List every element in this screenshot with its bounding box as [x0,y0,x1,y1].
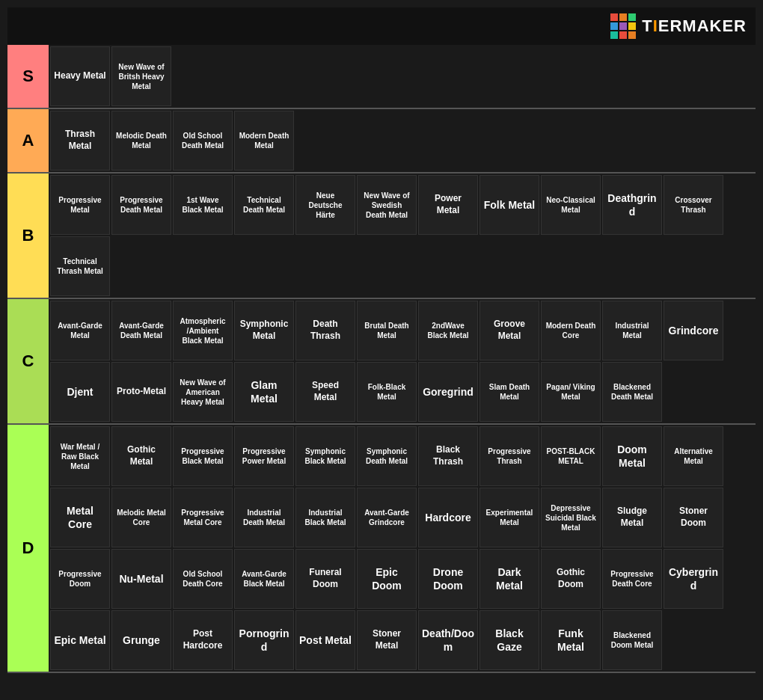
tier-item[interactable]: Pornogrind [234,610,294,670]
tier-item[interactable]: Depressive Suicidal Black Metal [541,488,601,547]
tier-item[interactable]: Proto-Metal [111,362,171,422]
tier-row-A: AThrash MetalMelodic Death MetalOld Scho… [7,109,756,174]
tier-item[interactable]: Stoner Doom [664,488,723,547]
tier-item[interactable]: POST-BLACK METAL [541,426,601,486]
tier-item[interactable]: Pagan/ Viking Metal [541,362,601,422]
tier-item[interactable]: Avant-Garde Metal [50,301,110,360]
tier-item[interactable]: Technical Thrash Metal [50,236,110,296]
tier-item[interactable]: Neo-Classical Metal [541,175,601,235]
tier-item[interactable]: Neue Deutsche Härte [295,175,355,235]
tier-item[interactable]: Heavy Metal [50,46,110,106]
tier-item[interactable]: Avant-Garde Grindcore [357,488,417,547]
page-wrapper: TiERMAKER SHeavy MetalNew Wave of Britsh… [7,7,756,673]
tier-item[interactable]: Old School Death Core [173,549,233,609]
tier-item[interactable]: Death/Doom [418,610,478,670]
tier-item[interactable]: Deathgrind [602,175,662,235]
tier-label-B: B [7,174,49,298]
tier-item[interactable]: Funeral Doom [295,549,355,609]
tier-item[interactable]: Technical Death Metal [234,175,294,235]
tier-item[interactable]: Death Thrash [295,301,355,360]
tier-item[interactable]: Melodic Death Metal [111,111,171,171]
tier-item[interactable]: Atmospheric /Ambient Black Metal [173,301,233,360]
tier-item[interactable]: New Wave of Swedish Death Metal [357,175,417,235]
tier-item[interactable]: Progressive Death Metal [111,175,171,235]
tier-item[interactable]: Hardcore [418,488,478,547]
logo-text: TiERMAKER [642,16,747,36]
tier-item[interactable]: Groove Metal [479,301,539,360]
tier-item[interactable]: 1st Wave Black Metal [173,175,233,235]
tier-item[interactable]: Modern Death Core [541,301,601,360]
tier-item[interactable]: Doom Metal [602,426,662,486]
tier-items-C: Avant-Garde MetalAvant-Garde Death Metal… [49,299,756,423]
tier-item[interactable]: Modern Death Metal [234,111,294,171]
tier-item[interactable]: Symphonic Death Metal [357,426,417,486]
tier-item[interactable]: War Metal / Raw Black Metal [50,426,110,486]
tier-item[interactable]: Grunge [111,610,171,670]
tier-item[interactable]: New Wave of American Heavy Metal [173,362,233,422]
tier-item[interactable]: Slam Death Metal [479,362,539,422]
tier-item[interactable]: Gothic Metal [111,426,171,486]
tier-items-A: Thrash MetalMelodic Death MetalOld Schoo… [49,109,756,172]
tier-item[interactable]: Stoner Metal [357,610,417,670]
logo-icon [610,13,636,39]
tier-item[interactable]: Symphonic Metal [234,301,294,360]
tier-item[interactable]: Melodic Metal Core [111,488,171,547]
tier-label-A: A [7,109,49,172]
tier-row-D: DWar Metal / Raw Black MetalGothic Metal… [7,425,756,673]
tier-item[interactable]: Progressive Doom [50,549,110,609]
tier-item[interactable]: Black Thrash [418,426,478,486]
tier-item[interactable]: Epic Metal [50,610,110,670]
tier-item[interactable]: Djent [50,362,110,422]
tier-item[interactable]: Industrial Metal [602,301,662,360]
tier-item[interactable]: Symphonic Black Metal [295,426,355,486]
tier-item[interactable]: Drone Doom [418,549,478,609]
tier-item[interactable]: Gothic Doom [541,549,601,609]
tier-item[interactable]: Progressive Death Core [602,549,662,609]
tier-item[interactable]: Avant-Garde Death Metal [111,301,171,360]
tier-item[interactable]: Grindcore [664,301,723,360]
tier-item[interactable]: 2ndWave Black Metal [418,301,478,360]
tier-item[interactable]: Folk Metal [479,175,539,235]
tier-item[interactable]: Progressive Metal Core [173,488,233,547]
tier-item[interactable]: Industrial Black Metal [295,488,355,547]
tier-label-S: S [7,45,49,108]
tier-item[interactable]: Black Gaze [479,610,539,670]
tier-item[interactable]: Metal Core [50,488,110,547]
tier-item[interactable]: Sludge Metal [602,488,662,547]
tier-item[interactable]: Avant-Garde Black Metal [234,549,294,609]
tier-row-C: CAvant-Garde MetalAvant-Garde Death Meta… [7,299,756,425]
tier-item[interactable]: Nu-Metal [111,549,171,609]
tier-item[interactable]: Industrial Death Metal [234,488,294,547]
tier-item[interactable]: Post Hardcore [173,610,233,670]
tier-item[interactable]: Alternative Metal [664,426,723,486]
tier-item[interactable]: Blackened Death Metal [602,362,662,422]
tier-item[interactable]: Goregrind [418,362,478,422]
tier-item[interactable]: Crossover Thrash [664,175,723,235]
header: TiERMAKER [7,7,756,45]
tiermaker-logo: TiERMAKER [610,13,747,39]
tier-item[interactable]: Glam Metal [234,362,294,422]
tier-item[interactable]: Speed Metal [295,362,355,422]
tier-item[interactable]: Dark Metal [479,549,539,609]
tier-items-S: Heavy MetalNew Wave of Britsh Heavy Meta… [49,45,756,108]
tier-items-D: War Metal / Raw Black MetalGothic MetalP… [49,425,756,672]
tier-item[interactable]: Progressive Power Metal [234,426,294,486]
tier-row-B: BProgressive MetalProgressive Death Meta… [7,174,756,299]
tier-item[interactable]: Blackened Doom Metal [602,610,662,670]
tier-item[interactable]: Power Metal [418,175,478,235]
tier-item[interactable]: Progressive Metal [50,175,110,235]
tier-item[interactable]: Brutal Death Metal [357,301,417,360]
tier-item[interactable]: Funk Metal [541,610,601,670]
tier-item[interactable]: Cybergrind [664,549,723,609]
tier-item[interactable]: Experimental Metal [479,488,539,547]
tier-row-S: SHeavy MetalNew Wave of Britsh Heavy Met… [7,45,756,109]
tier-item[interactable]: Post Metal [295,610,355,670]
tier-item[interactable]: Folk-Black Metal [357,362,417,422]
tier-item[interactable]: New Wave of Britsh Heavy Metal [111,46,171,106]
tier-item[interactable]: Progressive Black Metal [173,426,233,486]
tier-item[interactable]: Thrash Metal [50,111,110,171]
tier-item[interactable]: Epic Doom [357,549,417,609]
tier-item[interactable]: Progressive Thrash [479,426,539,486]
tier-label-C: C [7,299,49,423]
tier-item[interactable]: Old School Death Metal [173,111,233,171]
